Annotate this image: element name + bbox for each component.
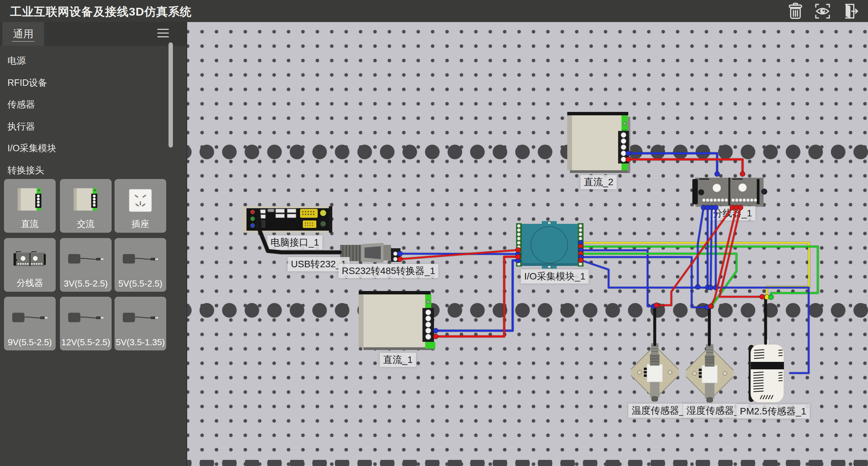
- device-label: 直流_2: [580, 175, 617, 189]
- device-label: 分线器_1: [710, 206, 755, 220]
- device-pc-interface-1[interactable]: [242, 206, 332, 234]
- pegboard-hole-band: [187, 460, 868, 466]
- card-label: 直流: [4, 218, 56, 230]
- splitter-icon: [4, 241, 56, 277]
- sidebar-item-power[interactable]: 电源: [0, 50, 166, 72]
- exit-icon: [841, 15, 859, 21]
- view-reset-button[interactable]: [814, 2, 831, 20]
- card-splitter[interactable]: 分线器: [4, 238, 56, 292]
- device-pm25-sensor-1[interactable]: [746, 337, 787, 406]
- ac-power-icon: [60, 182, 112, 218]
- device-label: 直流_1: [380, 353, 416, 367]
- sidebar-header: 通用: [0, 22, 186, 46]
- trash-icon: [787, 15, 804, 21]
- title-bar: 工业互联网设备及接线3D仿真系统: [0, 0, 868, 22]
- pegboard-hole-band: [187, 144, 868, 159]
- sidebar-item-adapter[interactable]: 转换接头: [0, 159, 166, 181]
- sidebar-item-actuator[interactable]: 执行器: [0, 116, 166, 138]
- card-socket[interactable]: 插座: [115, 179, 166, 233]
- power-adapter-icon: [60, 241, 112, 277]
- device-label: PM2.5传感器_1: [736, 404, 810, 419]
- card-label: 9V(5.5-2.5): [4, 337, 56, 348]
- card-label: 3V(5.5-2.5): [60, 278, 112, 289]
- view-focus-icon: [814, 15, 831, 21]
- card-adapter-3v[interactable]: 3V(5.5-2.5): [60, 238, 112, 292]
- card-label: 分线器: [4, 277, 56, 289]
- menu-icon[interactable]: [157, 29, 169, 38]
- card-adapter-5v-small[interactable]: 5V(3.5-1.35): [115, 297, 166, 350]
- card-label: 插座: [115, 218, 166, 230]
- power-adapter-icon: [60, 300, 112, 336]
- exit-button[interactable]: [841, 2, 859, 20]
- power-adapter-icon: [115, 300, 166, 336]
- component-sidebar: 通用 电源 RFID设备 传感器 执行器 I/O采集模块 转换接头: [0, 22, 187, 466]
- card-ac-power[interactable]: 交流: [60, 179, 112, 233]
- card-adapter-12v[interactable]: 12V(5.5-2.5): [60, 297, 112, 350]
- tab-general[interactable]: 通用: [2, 22, 44, 46]
- device-splitter-1[interactable]: [692, 176, 770, 209]
- card-label: 5V(3.5-1.35): [115, 337, 166, 348]
- device-label: RS232转485转换器_1: [338, 264, 438, 278]
- card-label: 5V(5.5-2.5): [115, 278, 166, 289]
- device-label: I/O采集模块_1: [521, 269, 589, 284]
- device-temperature-sensor-1[interactable]: [631, 336, 678, 405]
- dc-power-icon: [4, 182, 56, 218]
- pegboard-hole-band: [187, 303, 868, 318]
- delete-button[interactable]: [787, 2, 804, 20]
- sidebar-item-rfid[interactable]: RFID设备: [0, 72, 166, 94]
- socket-icon: [115, 182, 166, 218]
- card-dc-power[interactable]: 直流: [4, 179, 56, 233]
- device-io-module-1[interactable]: [515, 221, 585, 270]
- card-adapter-9v[interactable]: 9V(5.5-2.5): [4, 297, 56, 350]
- sidebar-scrollbar[interactable]: [169, 42, 173, 148]
- card-label: 12V(5.5-2.5): [60, 337, 112, 348]
- card-adapter-5v[interactable]: 5V(5.5-2.5): [115, 238, 166, 292]
- device-dc-power-2[interactable]: [565, 112, 631, 175]
- sidebar-item-sensor[interactable]: 传感器: [0, 94, 166, 116]
- device-dc-power-1[interactable]: [359, 291, 437, 352]
- app-title: 工业互联网设备及接线3D仿真系统: [10, 4, 192, 20]
- power-adapter-icon: [115, 241, 166, 277]
- category-menu: 电源 RFID设备 传感器 执行器 I/O采集模块 转换接头: [0, 50, 166, 181]
- device-humidity-sensor-1[interactable]: [686, 337, 733, 406]
- device-label: 电脑接口_1: [267, 235, 322, 250]
- sidebar-item-io-module[interactable]: I/O采集模块: [0, 137, 166, 159]
- tab-underline: [12, 41, 35, 42]
- card-label: 交流: [60, 218, 112, 230]
- power-adapter-icon: [4, 300, 56, 336]
- tab-general-label: 通用: [13, 27, 34, 41]
